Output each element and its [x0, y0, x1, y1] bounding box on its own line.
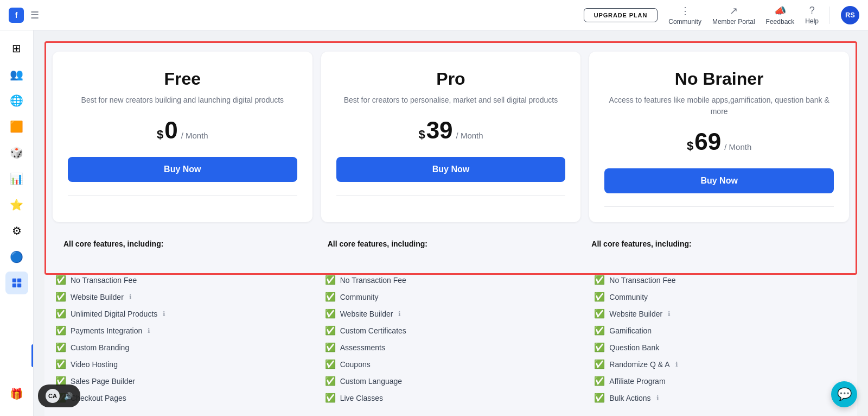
- feature-free-video-hosting: ✅ Video Hosting: [55, 359, 308, 369]
- hamburger-menu-icon[interactable]: ☰: [30, 9, 39, 21]
- sidebar-item-settings[interactable]: ⚙: [5, 219, 28, 242]
- price-dollar-pro: $: [418, 128, 425, 142]
- feature-pro-custom-certificates: ✅ Custom Certificates: [325, 325, 577, 336]
- feature-label: Live Classes: [340, 394, 383, 402]
- check-icon: ✅: [55, 308, 66, 319]
- feature-label: Video Hosting: [71, 360, 118, 369]
- svg-rect-2: [12, 283, 16, 287]
- info-icon[interactable]: ℹ: [398, 310, 401, 318]
- feature-label: Website Builder: [71, 293, 124, 301]
- logo-icon[interactable]: f: [9, 8, 24, 23]
- svg-rect-3: [17, 283, 21, 287]
- features-header-pro: All core features, including:: [328, 239, 575, 248]
- sidebar-item-reviews[interactable]: ⭐: [5, 193, 28, 216]
- plan-name-free: Free: [68, 69, 297, 89]
- chat-bubble-button[interactable]: 💬: [831, 381, 857, 407]
- info-icon[interactable]: ℹ: [656, 394, 659, 402]
- info-icon[interactable]: ℹ: [129, 293, 132, 301]
- svg-rect-0: [12, 279, 16, 282]
- main-layout: ⊞ 👥 🌐 🟧 🎲 📊 ⭐ ⚙ 🔵 🎁 Free Best for new cr…: [0, 30, 868, 416]
- plan-card-free: Free Best for new creators building and …: [53, 52, 312, 222]
- feature-label: Community: [340, 293, 379, 301]
- content-area: Free Best for new creators building and …: [34, 30, 868, 416]
- sidebar-item-active[interactable]: [5, 272, 28, 294]
- active-item-icon: [11, 277, 23, 289]
- feature-label: Unlimited Digital Products: [71, 310, 157, 318]
- header-nav: UPGRADE PLAN ⋮ Community ↗ Member Portal…: [434, 5, 859, 26]
- plan-name-pro: Pro: [336, 69, 566, 89]
- info-icon[interactable]: ℹ: [675, 361, 678, 368]
- plan-divider-free: [68, 195, 297, 196]
- check-icon: ✅: [594, 393, 605, 403]
- check-icon: ✅: [594, 359, 605, 369]
- feature-nb-no-transaction-fee: ✅ No Transaction Fee: [594, 275, 846, 285]
- check-icon: ✅: [325, 325, 336, 336]
- check-icon: ✅: [325, 308, 336, 319]
- user-avatar[interactable]: RS: [841, 6, 859, 24]
- plan-divider-nobrainer: [604, 206, 834, 207]
- feedback-link[interactable]: 📣 Feedback: [766, 5, 795, 26]
- buy-now-button-free[interactable]: Buy Now: [68, 157, 297, 182]
- sidebar-item-gift[interactable]: 🎁: [5, 382, 28, 405]
- check-icon: ✅: [594, 308, 605, 319]
- svg-rect-1: [17, 279, 21, 282]
- upgrade-plan-button[interactable]: UPGRADE PLAN: [584, 8, 658, 22]
- feature-pro-community: ✅ Community: [325, 292, 577, 302]
- feature-free-website-builder: ✅ Website Builder ℹ: [55, 292, 308, 302]
- feature-label: Community: [609, 293, 648, 301]
- check-icon: ✅: [325, 342, 336, 352]
- feature-pro-custom-language: ✅ Custom Language: [325, 376, 577, 386]
- bottom-user-badge[interactable]: CA 🔊: [38, 385, 80, 407]
- features-col-pro-header: All core features, including:: [323, 231, 579, 264]
- feature-nb-randomize-qa: ✅ Randomize Q & A ℹ: [594, 359, 846, 369]
- feature-nb-bulk-actions: ✅ Bulk Actions ℹ: [594, 393, 846, 403]
- plan-price-free: $ 0 / Month: [68, 117, 297, 144]
- feature-free-checkout-pages: ✅ Checkout Pages: [55, 393, 308, 403]
- plan-card-pro: Pro Best for creators to personalise, ma…: [321, 52, 581, 222]
- info-icon[interactable]: ℹ: [148, 327, 150, 335]
- buy-now-button-nobrainer[interactable]: Buy Now: [604, 168, 834, 193]
- community-link[interactable]: ⋮ Community: [668, 5, 701, 26]
- feature-label: Bulk Actions: [609, 394, 650, 402]
- feature-label: Website Builder: [609, 310, 662, 318]
- sidebar-item-community[interactable]: 🔵: [5, 245, 28, 268]
- plan-name-nobrainer: No Brainer: [604, 69, 834, 89]
- features-header-free: All core features, including:: [63, 239, 310, 248]
- buy-now-button-pro[interactable]: Buy Now: [336, 157, 566, 182]
- feature-nb-community: ✅ Community: [594, 292, 846, 302]
- info-icon[interactable]: ℹ: [668, 310, 671, 318]
- feature-label: Custom Branding: [71, 343, 129, 352]
- sidebar-item-products[interactable]: 🟧: [5, 115, 28, 138]
- sidebar-item-website[interactable]: 🌐: [5, 89, 28, 112]
- info-icon[interactable]: ℹ: [163, 310, 165, 318]
- features-list-grid: ✅ No Transaction Fee ✅ Website Builder ℹ…: [44, 275, 857, 416]
- badge-sound-icon[interactable]: 🔊: [64, 392, 73, 400]
- help-link[interactable]: ? Help: [805, 5, 819, 25]
- pricing-highlight-box: Free Best for new creators building and …: [44, 41, 857, 275]
- sidebar-item-dashboard[interactable]: ⊞: [5, 37, 28, 60]
- price-amount-pro: 39: [426, 117, 453, 144]
- community-icon: ⋮: [680, 5, 690, 17]
- check-icon: ✅: [55, 292, 66, 302]
- header-divider: [829, 7, 830, 24]
- check-icon: ✅: [325, 376, 336, 386]
- sidebar-item-gamification[interactable]: 🎲: [5, 141, 28, 164]
- check-icon: ✅: [325, 359, 336, 369]
- check-icon: ✅: [594, 275, 605, 285]
- sidebar-item-users[interactable]: 👥: [5, 63, 28, 86]
- price-amount-nobrainer: 69: [694, 128, 721, 155]
- sidebar-item-analytics[interactable]: 📊: [5, 167, 28, 190]
- feature-label: Assessments: [340, 343, 385, 352]
- features-col-free-header: All core features, including:: [59, 231, 315, 264]
- check-icon: ✅: [594, 325, 605, 336]
- member-portal-link[interactable]: ↗ Member Portal: [712, 5, 755, 26]
- plan-desc-free: Best for new creators building and launc…: [68, 94, 297, 106]
- check-icon: ✅: [55, 359, 66, 369]
- check-icon: ✅: [594, 342, 605, 352]
- feature-free-custom-branding: ✅ Custom Branding: [55, 342, 308, 352]
- check-icon: ✅: [325, 292, 336, 302]
- check-icon: ✅: [325, 275, 336, 285]
- feature-free-no-transaction-fee: ✅ No Transaction Fee: [55, 275, 308, 285]
- feature-label: Sales Page Builder: [71, 377, 135, 386]
- price-dollar-nobrainer: $: [687, 139, 693, 153]
